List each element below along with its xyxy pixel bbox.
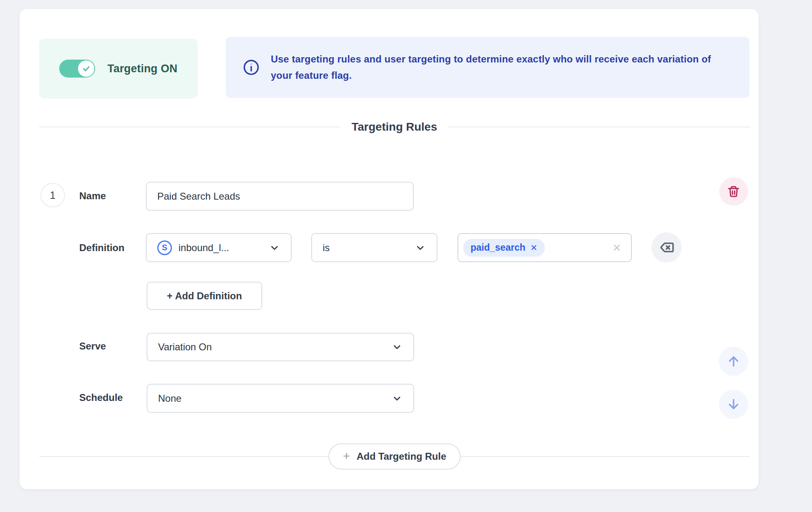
chevron-down-icon [391,341,403,353]
serve-dropdown[interactable]: Variation On [147,333,414,361]
chevron-down-icon [391,393,403,404]
move-rule-up-button[interactable] [719,347,748,376]
clear-values-icon[interactable]: ✕ [612,243,621,253]
targeting-status-box: Targeting ON [39,39,198,98]
info-banner: Use targeting rules and user targeting t… [226,37,750,98]
rule-index-badge: 1 [40,183,65,207]
targeting-toggle[interactable] [59,60,95,78]
trash-icon [727,185,740,198]
value-chip-label: paid_search [471,242,525,253]
check-icon [82,64,91,73]
definition-label: Definition [79,242,125,254]
serve-selected-value: Variation On [158,341,212,353]
divider-line [448,127,750,127]
property-selected-value: inbound_l... [178,242,229,254]
add-targeting-rule-button[interactable]: + Add Targeting Rule [328,443,461,470]
delete-rule-button[interactable] [719,177,748,206]
chip-remove-icon[interactable]: ✕ [530,243,538,252]
banner-text: Use targeting rules and user targeting t… [271,51,725,84]
serve-label: Serve [79,341,106,352]
backspace-icon [659,240,674,255]
schedule-label: Schedule [79,392,123,403]
section-title: Targeting Rules [352,120,437,134]
schedule-dropdown[interactable]: None [147,384,414,413]
targeting-status-label: Targeting ON [107,62,177,75]
property-dropdown[interactable]: S inbound_l... [146,233,292,262]
chevron-down-icon [415,242,426,254]
value-chip: paid_search ✕ [463,239,545,257]
move-rule-down-button[interactable] [719,390,748,419]
arrow-down-icon [726,397,741,412]
backspace-button[interactable] [651,232,682,263]
string-type-icon: S [157,240,172,255]
operator-dropdown[interactable]: is [311,233,437,262]
schedule-selected-value: None [158,393,181,404]
rule-name-input[interactable] [146,182,414,211]
plus-icon: + [343,450,350,462]
toggle-knob [78,60,94,77]
operator-selected-value: is [323,242,330,254]
add-targeting-rule-label: Add Targeting Rule [357,451,446,462]
chevron-down-icon [269,242,280,254]
divider-line [39,127,340,127]
section-heading: Targeting Rules [39,117,750,137]
add-definition-button[interactable]: + Add Definition [147,282,262,310]
name-label: Name [79,190,106,202]
value-input[interactable]: paid_search ✕ ✕ [457,233,632,262]
arrow-up-icon [726,354,741,369]
targeting-card: Targeting ON Use targeting rules and use… [20,9,758,489]
info-icon [242,58,260,76]
